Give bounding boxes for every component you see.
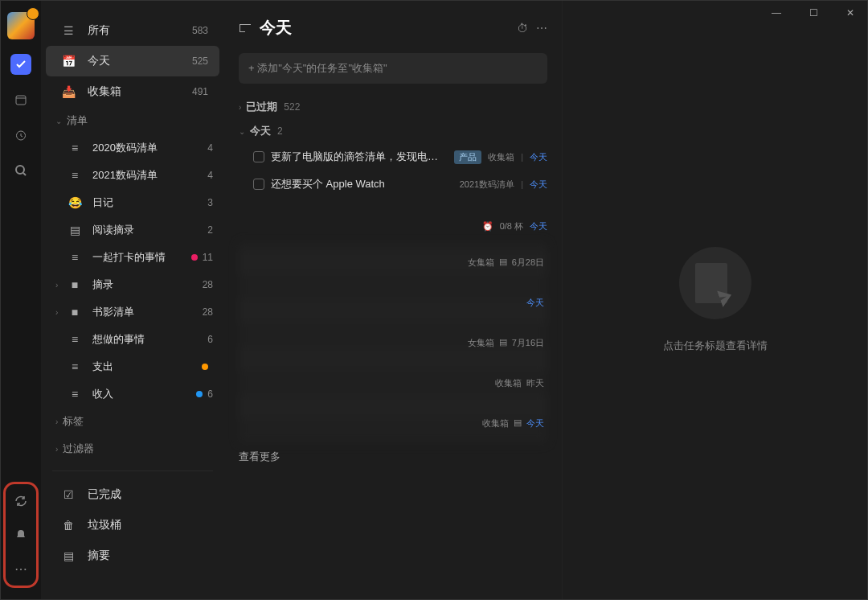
color-dot <box>191 254 198 261</box>
calendar-view-icon[interactable] <box>10 89 31 110</box>
list-icon: ▤ <box>67 224 83 236</box>
footer-icon: ☑ <box>60 488 76 501</box>
list-icon: ≡ <box>67 388 83 401</box>
tasks-view-icon[interactable] <box>10 54 31 75</box>
detail-panel: 点击任务标题查看详情 <box>562 1 867 599</box>
task-row[interactable]: 更新了电脑版的滴答清单，发现电脑版的也改 产品 收集箱 | 今天 <box>239 143 547 171</box>
view-more-button[interactable]: 查看更多 <box>239 443 547 471</box>
smart-list-0[interactable]: ☰ 所有 583 <box>46 15 219 46</box>
notification-badge <box>27 7 39 20</box>
svg-point-3 <box>16 166 24 174</box>
list-icon: ≡ <box>67 333 83 346</box>
bell-icon[interactable] <box>10 524 31 545</box>
task-row[interactable]: 还想要买个 Apple Watch 2021数码清单 | 今天 <box>239 171 547 198</box>
list-item-9[interactable]: ≡ 收入 6 <box>41 380 224 408</box>
avatar[interactable] <box>7 12 35 39</box>
sidebar: ☰ 所有 583📅 今天 525📥 收集箱 491 ⌄ 清单 ≡ 2020数码清… <box>41 1 224 599</box>
list-icon: 📅 <box>60 55 76 68</box>
list-item-0[interactable]: ≡ 2020数码清单 4 <box>41 134 224 162</box>
list-icon: ■ <box>67 278 83 291</box>
collapse-icon[interactable]: ⫍ <box>239 21 252 35</box>
pomo-view-icon[interactable] <box>10 125 31 146</box>
list-icon: ≡ <box>67 251 83 264</box>
list-icon: ≡ <box>67 169 83 182</box>
list-icon: ☰ <box>60 24 76 37</box>
footer-item-1[interactable]: 🗑 垃圾桶 <box>46 510 219 540</box>
svg-line-4 <box>23 173 26 175</box>
svg-rect-0 <box>16 96 26 105</box>
smart-list-2[interactable]: 📥 收集箱 491 <box>46 76 219 107</box>
group-today[interactable]: ⌄ 今天 2 <box>239 119 547 143</box>
task-tag[interactable]: 产品 <box>454 150 481 164</box>
task-panel: ⫍ 今天 ⏱ ⋯ + 添加"今天"的任务至"收集箱" › 已过期 522 ⌄ 今… <box>224 1 562 599</box>
maximize-button[interactable]: ☐ <box>796 0 831 26</box>
list-icon: 📥 <box>60 85 76 98</box>
chevron-down-icon: ⌄ <box>239 127 245 136</box>
activity-bar: ⋯ <box>1 1 41 599</box>
task-checkbox[interactable] <box>253 179 264 190</box>
more-icon[interactable]: ⋯ <box>536 22 547 35</box>
habit-row[interactable]: ⏰ 0/8 杯 今天 <box>239 198 547 239</box>
chevron-right-icon: › <box>55 417 58 426</box>
list-item-6[interactable]: ›■ 书影清单 28 <box>41 298 224 326</box>
main: ⫍ 今天 ⏱ ⋯ + 添加"今天"的任务至"收集箱" › 已过期 522 ⌄ 今… <box>224 1 867 599</box>
list-item-8[interactable]: ≡ 支出 <box>41 353 224 380</box>
task-header: ⫍ 今天 ⏱ ⋯ <box>239 17 547 39</box>
smart-list-1[interactable]: 📅 今天 525 <box>46 46 219 76</box>
panel-title: 今天 <box>260 17 509 39</box>
close-window-button[interactable]: ✕ <box>833 0 868 26</box>
blurred-tasks <box>239 242 547 443</box>
list-item-4[interactable]: ≡ 一起打卡的事情 11 <box>41 244 224 271</box>
section-filters[interactable]: › 过滤器 <box>41 435 224 462</box>
empty-state-icon <box>679 247 751 319</box>
color-dot <box>196 391 203 397</box>
minimize-button[interactable]: — <box>759 0 794 26</box>
more-icon[interactable]: ⋯ <box>10 558 31 579</box>
list-icon: 😂 <box>67 196 83 209</box>
section-label: 清单 <box>67 113 88 128</box>
group-overdue[interactable]: › 已过期 522 <box>239 95 547 119</box>
sync-icon[interactable] <box>10 491 31 512</box>
list-item-3[interactable]: ▤ 阅读摘录 2 <box>41 216 224 244</box>
empty-state-text: 点击任务标题查看详情 <box>663 339 768 353</box>
section-lists[interactable]: ⌄ 清单 <box>41 107 224 134</box>
add-task-input[interactable]: + 添加"今天"的任务至"收集箱" <box>239 53 547 84</box>
list-item-1[interactable]: ≡ 2021数码清单 4 <box>41 162 224 189</box>
list-icon: ≡ <box>67 142 83 154</box>
chevron-right-icon: › <box>55 445 58 454</box>
divider <box>52 471 213 471</box>
sort-icon[interactable]: ⏱ <box>517 22 528 35</box>
footer-item-2[interactable]: ▤ 摘要 <box>46 540 219 571</box>
color-dot <box>202 364 208 370</box>
activity-bar-bottom: ⋯ <box>3 482 39 588</box>
task-checkbox[interactable] <box>253 151 264 162</box>
search-icon[interactable] <box>10 160 31 181</box>
list-icon: ■ <box>67 306 83 318</box>
footer-icon: ▤ <box>60 549 76 562</box>
list-item-2[interactable]: 😂 日记 3 <box>41 189 224 216</box>
footer-item-0[interactable]: ☑ 已完成 <box>46 479 219 510</box>
list-item-7[interactable]: ≡ 想做的事情 6 <box>41 326 224 353</box>
chevron-down-icon: ⌄ <box>55 117 62 125</box>
chevron-right-icon: › <box>239 103 241 112</box>
section-tags[interactable]: › 标签 <box>41 408 224 435</box>
footer-icon: 🗑 <box>60 519 76 532</box>
alarm-icon: ⏰ <box>482 221 493 232</box>
list-item-5[interactable]: ›■ 摘录 28 <box>41 271 224 298</box>
list-icon: ≡ <box>67 360 83 373</box>
